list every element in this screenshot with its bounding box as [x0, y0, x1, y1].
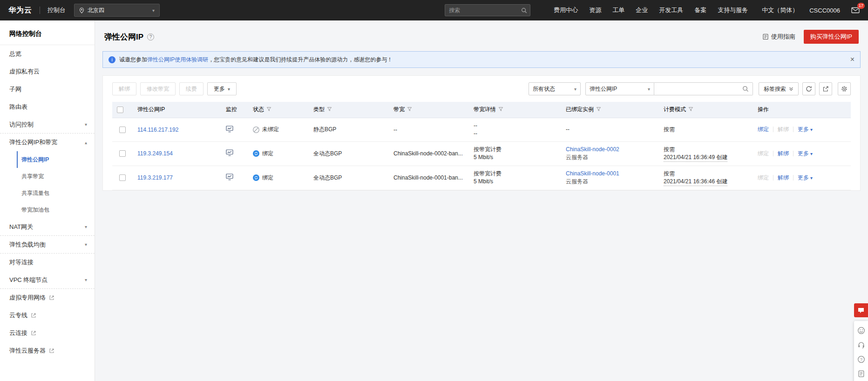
filter-icon[interactable]: [596, 107, 601, 113]
help-icon[interactable]: ?: [147, 33, 154, 40]
search-field-select[interactable]: 弹性公网IP ▾: [585, 82, 654, 95]
close-icon[interactable]: ×: [850, 56, 854, 63]
feedback-smiley-icon[interactable]: [854, 323, 868, 338]
language-switcher[interactable]: 中文（简体）: [762, 6, 798, 14]
topbar-link-devtools[interactable]: 开发工具: [659, 6, 683, 14]
huawei-cloud-logo[interactable]: 华为云: [8, 6, 32, 15]
support-headset-icon[interactable]: [854, 338, 868, 352]
table-search-input[interactable]: [654, 86, 753, 92]
sidebar-item-eip-bandwidth-group[interactable]: 弹性公网IP和带宽▴: [0, 134, 95, 151]
unbind-button[interactable]: 解绑: [112, 82, 136, 95]
export-button[interactable]: [819, 82, 832, 95]
filter-icon[interactable]: [688, 107, 693, 113]
sidebar-item-shared-traffic-package[interactable]: 共享流量包: [17, 185, 95, 201]
sidebar-item-access-control[interactable]: 访问控制▾: [0, 116, 95, 134]
unbind-action[interactable]: 解绑: [778, 126, 789, 133]
sidebar-item-nat-gateway[interactable]: NAT网关▾: [0, 218, 95, 236]
status-bound-icon: [253, 174, 259, 181]
bind-action[interactable]: 绑定: [758, 174, 769, 181]
sidebar-item-overview[interactable]: 总览: [0, 45, 95, 63]
global-search-input[interactable]: [449, 7, 521, 13]
topbar-link-resources[interactable]: 资源: [589, 6, 601, 14]
chevron-down-icon: ▾: [648, 87, 650, 92]
sidebar-item-label: VPC 终端节点: [9, 276, 47, 284]
filter-icon[interactable]: [327, 107, 332, 113]
floating-toolbar: ?: [853, 303, 868, 381]
topbar-link-tickets[interactable]: 工单: [612, 6, 624, 14]
sidebar-item-shared-bandwidth[interactable]: 共享带宽: [17, 168, 95, 185]
sidebar-item-label: 弹性公网IP: [21, 156, 49, 164]
filter-icon[interactable]: [266, 107, 271, 113]
region-selector[interactable]: 北京四 ▾: [74, 4, 160, 17]
account-name[interactable]: CSCC0006: [809, 7, 840, 14]
topbar-link-enterprise[interactable]: 企业: [636, 6, 648, 14]
instance-text: --: [566, 126, 654, 134]
chevron-down-icon: ▾: [85, 122, 87, 127]
survey-banner: i 诚邀您参加弹性公网IP使用体验调研，您宝贵的意见和建议是我们持续提升产品体验…: [102, 51, 861, 68]
sidebar-item-ecs[interactable]: 弹性云服务器: [0, 342, 95, 360]
table-search[interactable]: [654, 82, 753, 95]
eip-link[interactable]: 114.116.217.192: [137, 127, 178, 133]
survey-link[interactable]: 弹性公网IP使用体验调研: [147, 56, 208, 63]
sidebar-item-elb[interactable]: 弹性负载均衡▾: [0, 236, 95, 254]
survey-doc-icon[interactable]: [854, 367, 868, 381]
sidebar-item-label: 对等连接: [9, 258, 34, 267]
more-button[interactable]: 更多▾: [207, 82, 237, 95]
bandwidth-name: --: [393, 127, 397, 133]
sidebar-item-cloud-connect[interactable]: 云连接: [0, 324, 95, 342]
more-action[interactable]: 更多: [798, 150, 809, 157]
topbar-link-support[interactable]: 支持与服务: [718, 6, 748, 14]
sidebar-item-eip[interactable]: 弹性公网IP: [17, 151, 95, 168]
sidebar-item-subnet[interactable]: 子网: [0, 80, 95, 98]
bind-action[interactable]: 绑定: [758, 150, 769, 157]
console-link[interactable]: 控制台: [47, 6, 66, 14]
assist-panel: ?: [854, 321, 868, 381]
chevron-down-icon: ▾: [810, 175, 813, 180]
refresh-button[interactable]: [802, 82, 815, 95]
global-search[interactable]: [445, 4, 530, 16]
row-checkbox[interactable]: [119, 174, 126, 181]
filter-icon[interactable]: [498, 107, 503, 113]
settings-gear-icon[interactable]: [838, 82, 851, 95]
guide-link[interactable]: 使用指南: [762, 33, 795, 41]
bind-action[interactable]: 绑定: [758, 126, 769, 133]
more-action[interactable]: 更多: [798, 126, 809, 133]
sidebar-item-bandwidth-addon[interactable]: 带宽加油包: [17, 201, 95, 218]
row-checkbox[interactable]: [119, 127, 126, 133]
unbind-action[interactable]: 解绑: [778, 174, 789, 181]
renew-button[interactable]: 续费: [179, 82, 203, 95]
help-question-icon[interactable]: ?: [854, 352, 868, 367]
modify-bandwidth-button[interactable]: 修改带宽: [140, 82, 176, 95]
filter-icon[interactable]: [407, 107, 412, 113]
select-all-checkbox[interactable]: [117, 107, 123, 113]
eip-link[interactable]: 119.3.249.154: [137, 150, 173, 157]
chat-feedback-icon[interactable]: [854, 303, 868, 317]
sidebar-item-route-table[interactable]: 路由表: [0, 98, 95, 116]
topbar-link-billing[interactable]: 费用中心: [554, 6, 578, 14]
sidebar-item-vpc[interactable]: 虚拟私有云: [0, 63, 95, 80]
tag-search-button[interactable]: 标签搜索: [759, 82, 799, 95]
topbar-link-icp[interactable]: 备案: [694, 6, 706, 14]
sidebar-item-label: 共享流量包: [21, 189, 49, 197]
sidebar-item-vpc-endpoint[interactable]: VPC 终端节点▾: [0, 271, 95, 289]
eip-link[interactable]: 119.3.219.177: [137, 174, 173, 181]
more-action[interactable]: 更多: [798, 174, 809, 181]
monitor-icon[interactable]: [226, 126, 233, 133]
instance-link[interactable]: ChinaSkill-node-0002: [566, 146, 619, 153]
search-icon[interactable]: [521, 7, 527, 13]
table-toolbar: 解绑 修改带宽 续费 更多▾ 所有状态 ▾ 弹性公网IP ▾: [112, 82, 851, 95]
row-checkbox[interactable]: [119, 150, 126, 157]
monitor-icon[interactable]: [226, 174, 233, 180]
search-icon[interactable]: [742, 86, 749, 92]
mail-icon[interactable]: 17: [851, 7, 860, 13]
chevron-down-icon: ▾: [85, 224, 87, 229]
unbind-action[interactable]: 解绑: [778, 150, 789, 157]
instance-link[interactable]: ChinaSkill-node-0001: [566, 170, 619, 177]
monitor-icon[interactable]: [226, 149, 233, 156]
sidebar-item-vpn[interactable]: 虚拟专用网络: [0, 289, 95, 307]
guide-label: 使用指南: [771, 33, 795, 41]
sidebar-item-peering[interactable]: 对等连接: [0, 254, 95, 271]
status-filter-select[interactable]: 所有状态 ▾: [529, 82, 581, 95]
sidebar-item-direct-connect[interactable]: 云专线: [0, 307, 95, 324]
buy-eip-button[interactable]: 购买弹性公网IP: [804, 30, 859, 44]
